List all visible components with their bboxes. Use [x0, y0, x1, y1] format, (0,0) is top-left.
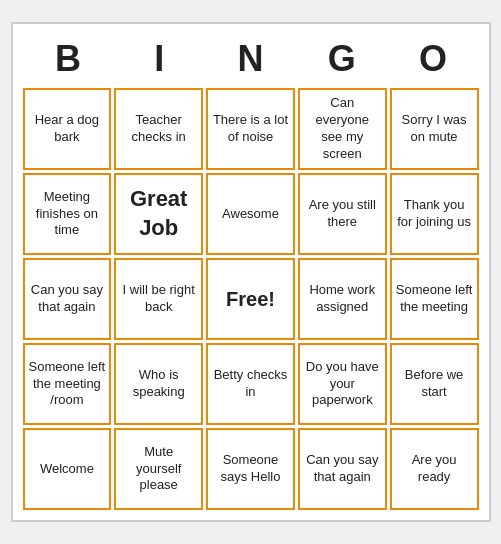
bingo-cell-6[interactable]: Great Job [114, 173, 203, 255]
bingo-cell-1[interactable]: Teacher checks in [114, 88, 203, 170]
bingo-cell-24[interactable]: Are you ready [390, 428, 479, 510]
bingo-cell-15[interactable]: Someone left the meeting /room [23, 343, 112, 425]
bingo-cell-19[interactable]: Before we start [390, 343, 479, 425]
bingo-cell-16[interactable]: Who is speaking [114, 343, 203, 425]
bingo-card: BINGO Hear a dog barkTeacher checks inTh… [11, 22, 491, 522]
bingo-cell-21[interactable]: Mute yourself please [114, 428, 203, 510]
bingo-cell-7[interactable]: Awesome [206, 173, 295, 255]
bingo-cell-23[interactable]: Can you say that again [298, 428, 387, 510]
bingo-cell-22[interactable]: Someone says Hello [206, 428, 295, 510]
bingo-letter-i: I [114, 34, 205, 84]
bingo-letter-n: N [205, 34, 296, 84]
bingo-letter-b: B [23, 34, 114, 84]
bingo-cell-12[interactable]: Free! [206, 258, 295, 340]
bingo-cell-5[interactable]: Meeting finishes on time [23, 173, 112, 255]
bingo-grid: Hear a dog barkTeacher checks inThere is… [23, 88, 479, 510]
bingo-cell-2[interactable]: There is a lot of noise [206, 88, 295, 170]
bingo-cell-14[interactable]: Someone left the meeting [390, 258, 479, 340]
bingo-cell-13[interactable]: Home work assigned [298, 258, 387, 340]
bingo-cell-11[interactable]: I will be right back [114, 258, 203, 340]
bingo-cell-9[interactable]: Thank you for joining us [390, 173, 479, 255]
bingo-cell-17[interactable]: Betty checks in [206, 343, 295, 425]
bingo-cell-8[interactable]: Are you still there [298, 173, 387, 255]
bingo-cell-18[interactable]: Do you have your paperwork [298, 343, 387, 425]
bingo-letter-g: G [296, 34, 387, 84]
bingo-cell-4[interactable]: Sorry I was on mute [390, 88, 479, 170]
bingo-cell-10[interactable]: Can you say that again [23, 258, 112, 340]
bingo-header: BINGO [23, 34, 479, 84]
bingo-cell-20[interactable]: Welcome [23, 428, 112, 510]
bingo-cell-0[interactable]: Hear a dog bark [23, 88, 112, 170]
bingo-letter-o: O [387, 34, 478, 84]
bingo-cell-3[interactable]: Can everyone see my screen [298, 88, 387, 170]
